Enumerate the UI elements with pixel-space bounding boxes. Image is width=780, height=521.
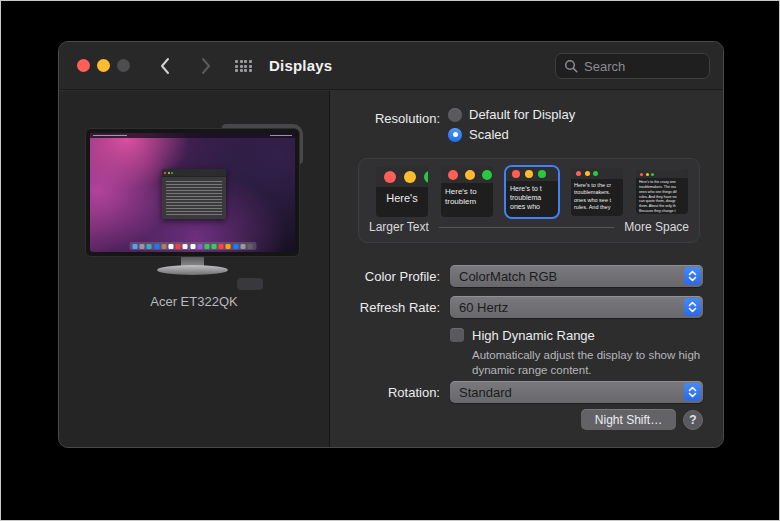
dock-icon bbox=[212, 244, 217, 249]
dock-icon bbox=[133, 244, 138, 249]
larger-text-label: Larger Text bbox=[369, 220, 429, 234]
mini-dock bbox=[129, 242, 256, 250]
more-space-label: More Space bbox=[624, 220, 689, 234]
search-icon bbox=[564, 59, 578, 73]
mini-app-titlebar bbox=[162, 169, 226, 177]
help-button[interactable]: ? bbox=[683, 410, 703, 430]
rotation-label: Rotation: bbox=[330, 385, 440, 400]
resolution-thumb-larger-text[interactable]: Here's bbox=[376, 167, 428, 217]
dropdown-chevrons-icon bbox=[684, 267, 701, 285]
resolution-label: Resolution: bbox=[330, 111, 440, 126]
hdr-description: Automatically adjust the display to show… bbox=[472, 348, 720, 378]
titlebar[interactable]: Displays bbox=[59, 42, 723, 90]
refresh-rate-value: 60 Hertz bbox=[459, 300, 508, 315]
mini-app-text-lines bbox=[166, 181, 222, 215]
thumb-sample-text: Here's to troublem bbox=[441, 183, 493, 207]
display-name-label: Acer ET322QK bbox=[59, 294, 329, 309]
minimize-button[interactable] bbox=[97, 59, 110, 72]
rotation-dropdown[interactable]: Standard bbox=[450, 381, 703, 403]
resolution-radio-group: Default for Display Scaled bbox=[448, 107, 575, 142]
refresh-rate-dropdown[interactable]: 60 Hertz bbox=[450, 296, 703, 318]
window-content: Acer ET322QK Resolution: Default for Dis… bbox=[59, 91, 723, 448]
close-button[interactable] bbox=[77, 59, 90, 72]
dock-icon bbox=[140, 244, 145, 249]
dock-icon bbox=[168, 244, 173, 249]
monitor-bezel bbox=[85, 128, 300, 257]
hdr-checkbox[interactable] bbox=[450, 328, 464, 342]
system-preferences-window: Displays bbox=[58, 41, 724, 448]
scale-labels-row: Larger Text More Space bbox=[369, 220, 689, 234]
dock-icon bbox=[197, 244, 202, 249]
radio-row-scaled[interactable]: Scaled bbox=[448, 127, 575, 142]
zoom-button-disabled bbox=[117, 59, 130, 72]
color-profile-value: ColorMatch RGB bbox=[459, 269, 557, 284]
hdr-label: High Dynamic Range bbox=[472, 328, 595, 343]
color-profile-label: Color Profile: bbox=[330, 269, 440, 284]
resolution-thumb-2[interactable]: Here's to troublem bbox=[441, 167, 493, 217]
dock-icon bbox=[147, 244, 152, 249]
dropdown-chevrons-icon bbox=[684, 383, 701, 401]
night-shift-button[interactable]: Night Shift… bbox=[581, 409, 676, 430]
dock-icon bbox=[154, 244, 159, 249]
display-settings-pane: Resolution: Default for Display Scaled bbox=[330, 91, 723, 448]
thumb-sample-text: Here's to the crazy one troublemakers. T… bbox=[636, 178, 688, 214]
back-button[interactable] bbox=[158, 57, 172, 75]
monitor-stand-shadow bbox=[237, 278, 263, 290]
show-all-grid-icon[interactable] bbox=[235, 60, 252, 72]
mini-menubar bbox=[90, 133, 295, 138]
thumb-sample-text: Here's bbox=[376, 187, 428, 205]
thumb-sample-text: Here's to the cr troublemakers. ones who… bbox=[571, 179, 623, 212]
scaled-resolution-picker: Here's Here's to troublem bbox=[358, 158, 700, 243]
forward-button[interactable] bbox=[199, 57, 213, 75]
dock-icon bbox=[219, 244, 224, 249]
radio-row-default-for-display[interactable]: Default for Display bbox=[448, 107, 575, 122]
scale-divider-line bbox=[439, 227, 614, 228]
thumb-sample-text: Here's to t troublema ones who bbox=[506, 181, 558, 211]
color-profile-dropdown[interactable]: ColorMatch RGB bbox=[450, 265, 703, 287]
rotation-value: Standard bbox=[459, 385, 512, 400]
dock-icon bbox=[233, 244, 238, 249]
dropdown-chevrons-icon bbox=[684, 298, 701, 316]
dock-icon bbox=[204, 244, 209, 249]
display-preview-pane: Acer ET322QK bbox=[59, 91, 329, 448]
radio-default-for-display[interactable] bbox=[448, 108, 462, 122]
dock-icon bbox=[176, 244, 181, 249]
dock-icon bbox=[190, 244, 195, 249]
dock-icon bbox=[161, 244, 166, 249]
refresh-rate-label: Refresh Rate: bbox=[330, 300, 440, 315]
resolution-thumb-4[interactable]: Here's to the cr troublemakers. ones who… bbox=[571, 168, 623, 216]
mini-app-window bbox=[162, 169, 226, 219]
radio-scaled[interactable] bbox=[448, 128, 462, 142]
search-field[interactable] bbox=[555, 53, 710, 79]
dock-icon bbox=[240, 244, 245, 249]
desktop-background: Displays bbox=[0, 0, 780, 521]
radio-default-label: Default for Display bbox=[469, 107, 575, 122]
search-input[interactable] bbox=[584, 59, 701, 74]
dock-icon bbox=[226, 244, 231, 249]
dock-icon bbox=[183, 244, 188, 249]
resolution-thumb-selected[interactable]: Here's to t troublema ones who bbox=[506, 167, 558, 217]
monitor-stand-base bbox=[157, 265, 228, 275]
radio-scaled-label: Scaled bbox=[469, 127, 509, 142]
dock-icon bbox=[248, 244, 253, 249]
window-title: Displays bbox=[269, 57, 332, 74]
resolution-thumbnails: Here's Here's to troublem bbox=[376, 167, 684, 219]
monitor-screen-wallpaper bbox=[90, 133, 295, 252]
resolution-thumb-more-space[interactable]: Here's to the crazy one troublemakers. T… bbox=[636, 170, 688, 214]
